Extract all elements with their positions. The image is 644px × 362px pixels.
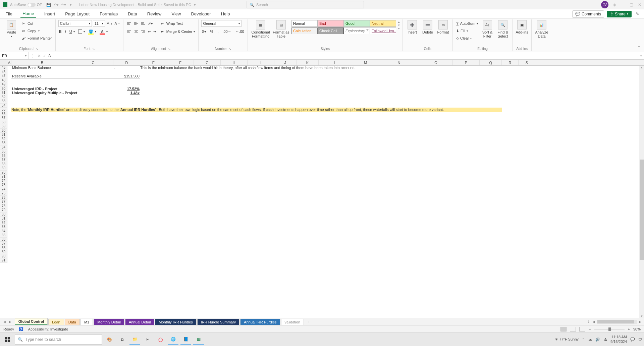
sheet-tab-irr-hurdle-summary[interactable]: IRR Hurdle Summary (197, 319, 240, 325)
zoom-level[interactable]: 90% (633, 327, 641, 331)
comma-button[interactable]: , (217, 28, 219, 35)
comments-button[interactable]: 💬Comments (572, 10, 604, 18)
weather-widget[interactable]: ☀ 77°F Sunny (555, 337, 579, 342)
row-header-82[interactable]: 82 (0, 221, 7, 225)
accessibility-icon[interactable]: ♿ (19, 327, 23, 331)
scroll-down-icon[interactable]: ▾ (639, 314, 644, 318)
row-header-63[interactable]: 63 (0, 141, 7, 145)
bold-button[interactable]: B (58, 28, 62, 35)
analyze-data-button[interactable]: 📊Analyze Data (534, 20, 549, 38)
column-header-L[interactable]: L (319, 60, 352, 65)
opera-icon[interactable]: ◯ (155, 334, 166, 345)
column-header-A[interactable]: A (7, 60, 11, 65)
column-header-F[interactable]: F (167, 60, 194, 65)
save-icon[interactable]: 💾 (46, 2, 52, 8)
zoom-out-button[interactable]: − (589, 327, 591, 331)
title-dropdown-icon[interactable]: ▾ (192, 2, 198, 8)
number-format-select[interactable]: General▾ (201, 20, 241, 27)
file-explorer-icon[interactable]: 📁 (129, 334, 140, 345)
row-header-83[interactable]: 83 (0, 225, 7, 229)
tray-icon[interactable]: 🛡 (638, 338, 642, 342)
increase-indent-button[interactable]: ⇥ (153, 28, 157, 35)
cell-style-calculation[interactable]: Calculation (291, 27, 318, 34)
autosave-toggle[interactable]: AutoSave Off (10, 3, 42, 7)
chrome-icon[interactable]: 🌐 (168, 334, 178, 345)
excel-taskbar-icon[interactable]: ▦ (193, 334, 204, 345)
cell-styles-gallery[interactable]: NormalBadGoodNeutralCalculationCheck Cel… (291, 20, 396, 34)
row-header-46[interactable]: 46 (0, 70, 7, 74)
spreadsheet-grid[interactable]: ABCDEFGHIJKLMNOPQRS 45464748495051525354… (0, 60, 644, 318)
find-select-button[interactable]: 🔍Find & Select (496, 20, 509, 38)
wrap-text-button[interactable]: ↩Wrap Text (159, 20, 183, 27)
dialog-launcher-icon[interactable]: ↘ (92, 47, 95, 51)
taskbar-search[interactable]: 🔍Type here to search (15, 335, 102, 345)
format-as-table-button[interactable]: ▤Format as Table (273, 20, 289, 38)
select-all-corner[interactable] (0, 60, 7, 65)
row-header-77[interactable]: 77 (0, 200, 7, 204)
row-header-50[interactable]: 50 (0, 87, 7, 91)
row-header-51[interactable]: 51 (0, 91, 7, 95)
new-sheet-button[interactable]: + (305, 320, 313, 324)
column-header-I[interactable]: I (248, 60, 274, 65)
column-header-B[interactable]: B (11, 60, 73, 65)
row-header-58[interactable]: 58 (0, 120, 7, 125)
decrease-font-button[interactable]: A▾ (114, 20, 120, 27)
vertical-scrollbar[interactable]: ▴ ▾ (639, 66, 644, 318)
cell-style-checkcell[interactable]: Check Cell (318, 27, 344, 34)
row-header-78[interactable]: 78 (0, 204, 7, 208)
row-header-90[interactable]: 90 (0, 254, 7, 259)
row-header-65[interactable]: 65 (0, 149, 7, 154)
row-header-68[interactable]: 68 (0, 162, 7, 167)
column-header-D[interactable]: D (113, 60, 140, 65)
row-header-52[interactable]: 52 (0, 95, 7, 100)
percent-button[interactable]: % (210, 28, 214, 35)
column-header-H[interactable]: H (221, 60, 248, 65)
cut-button[interactable]: ✂Cut (20, 20, 34, 27)
undo-icon[interactable]: ↶▾ (53, 2, 59, 8)
copy-button[interactable]: ⧉Copy▾ (20, 27, 40, 34)
app-icon[interactable]: 📘 (180, 334, 191, 345)
scroll-up-icon[interactable]: ▴ (639, 66, 644, 69)
hscroll-left-icon[interactable]: ◄ (592, 320, 595, 324)
tab-options-icon[interactable]: ⋮ (587, 319, 590, 324)
cell-style-neutral[interactable]: Neutral (370, 20, 396, 27)
sheet-tab-annual-irr-hurdles[interactable]: Annual IRR Hurdles (240, 319, 280, 325)
ribbon-tab-view[interactable]: View (169, 10, 183, 18)
sheet-tab-global-control[interactable]: Global Control (15, 318, 48, 325)
notification-icon[interactable]: 💬 (630, 337, 635, 342)
ribbon-tab-data[interactable]: Data (126, 10, 139, 18)
sheet-nav-next-icon[interactable]: ► (8, 320, 12, 324)
row-header-88[interactable]: 88 (0, 246, 7, 250)
qat-dropdown-icon[interactable]: ▾ (68, 2, 74, 8)
row-header-62[interactable]: 62 (0, 137, 7, 141)
align-left-button[interactable] (126, 29, 132, 34)
column-header-M[interactable]: M (352, 60, 379, 65)
row-header-87[interactable]: 87 (0, 242, 7, 246)
column-header-N[interactable]: N (379, 60, 419, 65)
snip-tool-icon[interactable]: ✂ (142, 334, 153, 345)
ribbon-tab-help[interactable]: Help (219, 10, 232, 18)
zoom-in-button[interactable]: + (628, 327, 630, 331)
row-header-86[interactable]: 86 (0, 238, 7, 242)
taskbar-app-1[interactable]: 🎨 (104, 334, 115, 345)
row-header-45[interactable]: 45 (0, 66, 7, 70)
row-header-70[interactable]: 70 (0, 171, 7, 175)
font-color-button[interactable]: A▾ (99, 28, 108, 35)
insert-cells-button[interactable]: ➕Insert (406, 20, 419, 34)
mode-switch-icon[interactable]: ✎ (634, 11, 641, 16)
redo-icon[interactable]: ↷▾ (60, 2, 66, 8)
accounting-button[interactable]: $▾ (201, 28, 207, 35)
clock[interactable]: 11:18 AM 9/16/2024 (610, 335, 627, 344)
user-avatar[interactable]: JV (601, 1, 608, 8)
volume-icon[interactable]: 🔊 (595, 337, 600, 342)
align-top-button[interactable] (126, 21, 132, 26)
align-right-button[interactable] (140, 29, 146, 34)
delete-cells-button[interactable]: ➖Delete (421, 20, 434, 34)
row-header-67[interactable]: 67 (0, 158, 7, 162)
row-header-55[interactable]: 55 (0, 108, 7, 112)
cancel-formula-icon[interactable]: ✕ (38, 54, 41, 58)
increase-font-button[interactable]: A▴ (106, 20, 113, 27)
ribbon-tab-page-layout[interactable]: Page Layout (63, 10, 92, 18)
row-header-85[interactable]: 85 (0, 233, 7, 238)
cell-style-followedhyp[interactable]: Followed Hyp… (370, 27, 396, 34)
